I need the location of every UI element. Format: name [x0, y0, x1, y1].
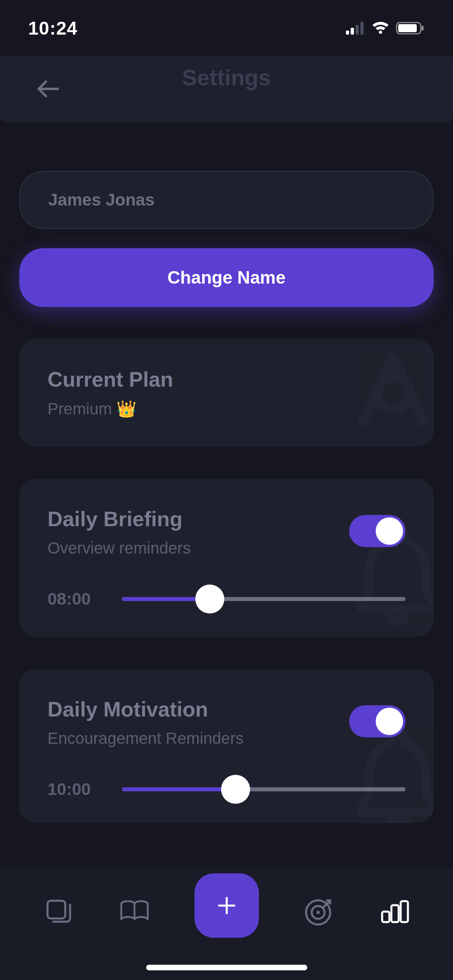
briefing-card: Daily Briefing Overview reminders 08:00 [19, 479, 434, 637]
cards-icon [44, 898, 72, 926]
tab-stats[interactable] [379, 896, 411, 928]
briefing-slider[interactable] [122, 597, 405, 601]
briefing-time: 08:00 [48, 589, 100, 609]
page-title: Settings [182, 64, 271, 91]
briefing-toggle[interactable] [349, 515, 405, 547]
toggle-knob [376, 708, 403, 735]
book-icon [118, 898, 151, 926]
slider-thumb [195, 585, 224, 614]
header: Settings [0, 56, 453, 123]
toggle-knob [376, 517, 403, 545]
plan-bg-icon [341, 341, 434, 445]
tab-cards[interactable] [42, 896, 74, 928]
cellular-icon [346, 22, 365, 35]
svg-point-11 [316, 911, 320, 914]
tab-bar [0, 867, 453, 980]
change-name-button[interactable]: Change Name [19, 248, 434, 307]
motivation-toggle[interactable] [349, 705, 405, 737]
plus-icon [217, 896, 237, 916]
tab-journal[interactable] [118, 896, 151, 928]
status-indicators [346, 21, 425, 35]
name-value: James Jonas [48, 190, 155, 209]
name-input[interactable]: James Jonas [19, 171, 434, 229]
svg-rect-5 [398, 24, 417, 32]
slider-fill [122, 787, 236, 791]
tab-goals[interactable] [303, 896, 335, 928]
back-button[interactable] [36, 80, 59, 99]
bars-icon [380, 900, 410, 924]
tab-add[interactable] [194, 873, 259, 938]
wifi-icon [371, 21, 390, 35]
battery-icon [396, 21, 425, 35]
back-arrow-icon [36, 80, 59, 98]
motivation-card: Daily Motivation Encouragement Reminders… [19, 669, 434, 823]
svg-rect-0 [346, 31, 349, 35]
svg-rect-12 [382, 912, 389, 922]
status-bar: 10:24 [0, 0, 453, 56]
svg-rect-14 [401, 901, 408, 922]
motivation-slider[interactable] [122, 787, 405, 791]
slider-thumb [221, 775, 250, 804]
home-indicator[interactable] [146, 965, 307, 970]
svg-rect-6 [422, 26, 424, 31]
svg-rect-2 [356, 25, 359, 35]
target-icon [304, 896, 334, 927]
svg-rect-8 [48, 901, 65, 918]
svg-rect-13 [391, 905, 399, 922]
svg-rect-3 [360, 22, 364, 35]
status-time: 10:24 [28, 17, 78, 39]
svg-rect-1 [351, 28, 354, 35]
change-name-label: Change Name [168, 268, 285, 287]
plan-card[interactable]: Current Plan Premium 👑 [19, 339, 434, 447]
motivation-time: 10:00 [48, 780, 100, 799]
